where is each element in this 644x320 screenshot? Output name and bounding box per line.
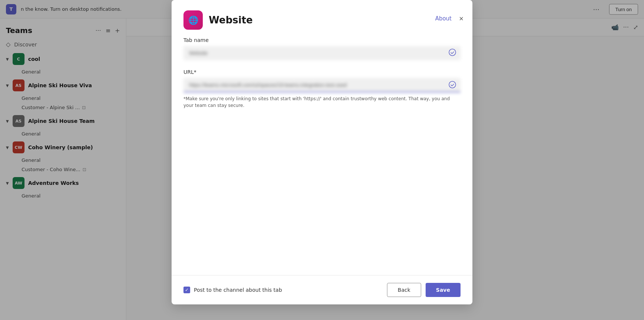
tab-name-input-wrapper bbox=[183, 46, 461, 60]
tab-name-label: Tab name bbox=[183, 37, 461, 43]
url-input-wrapper bbox=[183, 78, 461, 92]
url-group: URL* *Make sure you're only linking to s… bbox=[183, 69, 461, 109]
url-label: URL* bbox=[183, 69, 461, 75]
save-button[interactable]: Save bbox=[426, 283, 461, 297]
back-button[interactable]: Back bbox=[387, 283, 421, 297]
post-to-channel-label: Post to the channel about this tab bbox=[194, 287, 282, 293]
footer-actions: Back Save bbox=[387, 283, 461, 297]
modal-overlay: 🌐 Website About × Tab name bbox=[0, 0, 644, 320]
website-modal: 🌐 Website About × Tab name bbox=[172, 0, 472, 304]
svg-point-1 bbox=[449, 81, 456, 88]
svg-point-0 bbox=[449, 49, 456, 56]
website-app-icon: 🌐 bbox=[183, 10, 203, 30]
post-to-channel-checkbox[interactable]: ✓ bbox=[183, 287, 190, 293]
globe-icon: 🌐 bbox=[188, 16, 198, 25]
modal-body: Tab name URL* bbox=[172, 37, 472, 275]
tab-name-group: Tab name bbox=[183, 37, 461, 60]
check-circle-icon bbox=[449, 81, 456, 90]
modal-header: 🌐 Website About × bbox=[172, 0, 472, 37]
url-hint: *Make sure you're only linking to sites … bbox=[183, 95, 461, 109]
about-link[interactable]: About bbox=[435, 15, 452, 22]
teams-app: T n the know. Turn on desktop notificati… bbox=[0, 0, 644, 320]
modal-title: Website bbox=[209, 14, 253, 26]
url-input[interactable] bbox=[183, 78, 461, 92]
check-circle-icon bbox=[449, 49, 456, 58]
modal-footer: ✓ Post to the channel about this tab Bac… bbox=[172, 275, 472, 304]
post-to-channel-group: ✓ Post to the channel about this tab bbox=[183, 287, 381, 293]
close-button[interactable]: × bbox=[458, 13, 465, 24]
checkmark-icon: ✓ bbox=[185, 287, 189, 293]
tab-name-input[interactable] bbox=[183, 46, 461, 60]
